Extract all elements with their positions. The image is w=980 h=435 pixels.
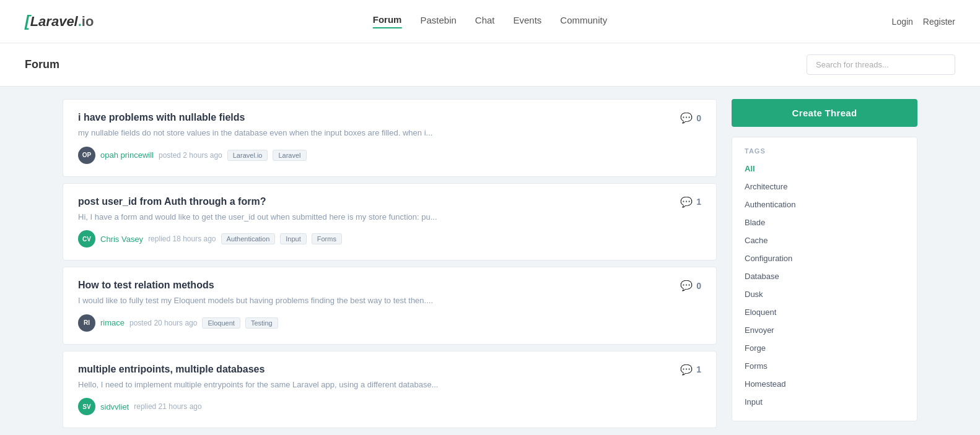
thread-tag[interactable]: Forms bbox=[312, 233, 342, 244]
username[interactable]: rimace bbox=[100, 318, 125, 327]
logo-bracket: [ bbox=[25, 12, 30, 31]
logo[interactable]: [Laravel.io bbox=[25, 12, 94, 31]
logo-io: io bbox=[82, 14, 94, 30]
thread-excerpt: I would like to fully test my Eloquent m… bbox=[78, 295, 670, 307]
thread-main: How to test relation methods I would lik… bbox=[78, 280, 670, 332]
logo-text: Laravel bbox=[30, 14, 78, 30]
main-nav: Forum Pastebin Chat Events Community bbox=[373, 14, 607, 28]
thread-card: multiple entripoints, multiple databases… bbox=[63, 351, 717, 429]
comment-number: 1 bbox=[696, 364, 701, 374]
thread-main: i have problems with nullable fields my … bbox=[78, 112, 670, 164]
thread-title[interactable]: i have problems with nullable fields bbox=[78, 112, 670, 123]
thread-tag[interactable]: Input bbox=[280, 233, 306, 244]
thread-meta: SV sidvvliet replied 21 hours ago bbox=[78, 398, 670, 415]
meta-action: posted 20 hours ago bbox=[129, 319, 197, 327]
comment-icon: 💬 bbox=[680, 196, 693, 208]
avatar: RI bbox=[78, 314, 95, 332]
thread-main: multiple entripoints, multiple databases… bbox=[78, 364, 670, 416]
tags-panel: TAGS AllArchitectureAuthenticationBladeC… bbox=[732, 137, 917, 421]
avatar: CV bbox=[78, 230, 95, 248]
thread-card: How to test relation methods I would lik… bbox=[63, 267, 717, 345]
thread-tag[interactable]: Authentication bbox=[221, 233, 276, 244]
thread-meta: OP opah princewill posted 2 hours ago La… bbox=[78, 147, 670, 164]
thread-excerpt: Hello, I need to implement multiple entr… bbox=[78, 379, 670, 391]
thread-tag[interactable]: Laravel bbox=[273, 150, 306, 161]
thread-comment-count: 💬 0 bbox=[680, 280, 701, 291]
sidebar-tag-item[interactable]: Dusk bbox=[732, 285, 917, 303]
main-content: i have problems with nullable fields my … bbox=[38, 87, 942, 435]
thread-main: post user_id from Auth through a form? H… bbox=[78, 196, 670, 248]
thread-tag[interactable]: Laravel.io bbox=[227, 150, 268, 161]
thread-meta: CV Chris Vasey replied 18 hours ago Auth… bbox=[78, 230, 670, 248]
sidebar-tag-item[interactable]: Database bbox=[732, 267, 917, 285]
comment-icon: 💬 bbox=[680, 364, 693, 376]
thread-title[interactable]: How to test relation methods bbox=[78, 280, 670, 291]
sidebar-tag-item[interactable]: Forge bbox=[732, 339, 917, 357]
sidebar-tag-item[interactable]: Configuration bbox=[732, 249, 917, 267]
thread-comment-count: 💬 1 bbox=[680, 196, 701, 208]
nav-pastebin[interactable]: Pastebin bbox=[420, 15, 456, 28]
thread-excerpt: my nullable fields do not store values i… bbox=[78, 127, 670, 139]
username[interactable]: sidvvliet bbox=[100, 402, 129, 411]
sidebar-tag-item[interactable]: Homestead bbox=[732, 375, 917, 393]
comment-number: 0 bbox=[696, 113, 701, 123]
comment-number: 1 bbox=[696, 197, 701, 207]
page-title: Forum bbox=[25, 58, 59, 71]
username[interactable]: Chris Vasey bbox=[100, 235, 143, 244]
sidebar-tag-item[interactable]: Architecture bbox=[732, 178, 917, 196]
nav-chat[interactable]: Chat bbox=[475, 15, 495, 28]
username[interactable]: opah princewill bbox=[100, 150, 154, 160]
nav-events[interactable]: Events bbox=[514, 15, 542, 28]
sidebar-tag-item[interactable]: Forms bbox=[732, 357, 917, 375]
tags-label: TAGS bbox=[732, 147, 917, 160]
header-auth-links: Login Register bbox=[892, 17, 955, 27]
thread-excerpt: Hi, I have a form and would like to get … bbox=[78, 211, 670, 223]
sidebar-tag-item[interactable]: Envoyer bbox=[732, 321, 917, 339]
thread-comment-count: 💬 0 bbox=[680, 112, 701, 124]
thread-list: i have problems with nullable fields my … bbox=[63, 99, 717, 434]
meta-action: replied 21 hours ago bbox=[134, 402, 201, 411]
sidebar-tag-item[interactable]: Cache bbox=[732, 231, 917, 249]
thread-card: post user_id from Auth through a form? H… bbox=[63, 183, 717, 261]
thread-title[interactable]: post user_id from Auth through a form? bbox=[78, 196, 670, 207]
sidebar-tag-item[interactable]: Blade bbox=[732, 213, 917, 231]
thread-meta: RI rimace posted 20 hours ago EloquentTe… bbox=[78, 314, 670, 332]
login-link[interactable]: Login bbox=[892, 17, 913, 27]
meta-action: replied 18 hours ago bbox=[148, 235, 216, 243]
thread-tag[interactable]: Testing bbox=[245, 317, 278, 329]
thread-comment-count: 💬 1 bbox=[680, 364, 701, 376]
sidebar-tag-item[interactable]: Eloquent bbox=[732, 303, 917, 321]
header: [Laravel.io Forum Pastebin Chat Events C… bbox=[0, 0, 980, 43]
create-thread-button[interactable]: Create Thread bbox=[732, 99, 917, 127]
nav-community[interactable]: Community bbox=[560, 15, 607, 28]
sub-header: Forum bbox=[0, 43, 980, 87]
sidebar-tag-item[interactable]: All bbox=[732, 160, 917, 178]
avatar: OP bbox=[78, 147, 95, 164]
meta-action: posted 2 hours ago bbox=[159, 151, 222, 160]
comment-icon: 💬 bbox=[680, 280, 693, 291]
avatar: SV bbox=[78, 398, 95, 415]
sidebar-tag-item[interactable]: Authentication bbox=[732, 196, 917, 213]
search-input[interactable] bbox=[807, 54, 955, 75]
thread-title[interactable]: multiple entripoints, multiple databases bbox=[78, 364, 670, 375]
sidebar: Create Thread TAGS AllArchitectureAuthen… bbox=[732, 99, 917, 434]
comment-number: 0 bbox=[696, 281, 701, 291]
thread-card: i have problems with nullable fields my … bbox=[63, 99, 717, 177]
register-link[interactable]: Register bbox=[923, 17, 955, 27]
comment-icon: 💬 bbox=[680, 112, 693, 124]
nav-forum[interactable]: Forum bbox=[373, 14, 402, 28]
thread-tag[interactable]: Eloquent bbox=[202, 317, 240, 329]
sidebar-tag-item[interactable]: Input bbox=[732, 393, 917, 411]
